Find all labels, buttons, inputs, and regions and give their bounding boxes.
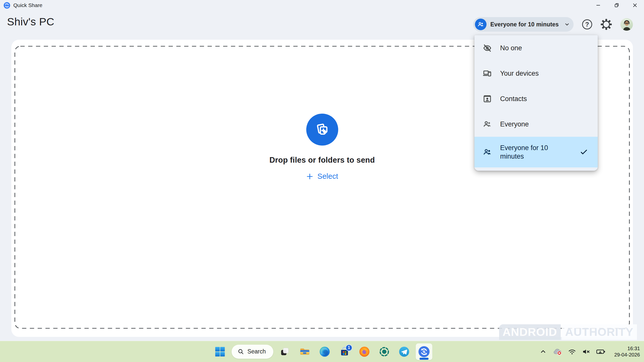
watermark-word-2: AUTHORITY xyxy=(562,324,637,340)
file-explorer-button[interactable] xyxy=(296,343,313,360)
restore-button[interactable] xyxy=(607,0,626,11)
header-actions: Everyone for 10 minutes ? xyxy=(473,17,633,32)
drop-zone-content: Drop files or folders to send Select xyxy=(269,114,375,180)
quick-share-logo-icon xyxy=(418,346,430,357)
menu-item-no-one[interactable]: No one xyxy=(474,35,598,61)
check-icon xyxy=(580,148,588,156)
system-tray: 16:31 29-04-2026 xyxy=(540,341,640,362)
volume-muted-icon[interactable] xyxy=(582,348,590,355)
active-app-indicator xyxy=(419,358,428,360)
dashed-circle-app-icon xyxy=(379,346,389,357)
eye-off-icon xyxy=(482,43,492,53)
start-button[interactable] xyxy=(212,343,228,360)
help-icon[interactable]: ? xyxy=(582,19,592,29)
telegram-icon xyxy=(399,346,409,357)
plus-icon xyxy=(306,173,314,180)
file-explorer-icon xyxy=(299,346,310,357)
taskbar-clock[interactable]: 16:31 29-04-2026 xyxy=(614,345,640,358)
quick-share-taskbar-button[interactable] xyxy=(416,343,432,360)
store-notification-badge: 1 xyxy=(345,344,352,351)
page-title: Shiv's PC xyxy=(7,16,54,28)
menu-item-label: Everyone xyxy=(500,120,529,128)
visibility-dropdown-menu: No one Your devices Contacts xyxy=(474,35,598,171)
devices-icon xyxy=(482,69,492,78)
tray-time: 16:31 xyxy=(614,345,640,352)
onedrive-error-icon[interactable] xyxy=(552,348,562,356)
wifi-icon[interactable] xyxy=(568,348,576,355)
window-title: Quick Share xyxy=(13,2,43,8)
menu-item-label: Everyone for 10 minutes xyxy=(500,144,553,161)
file-copy-add-icon xyxy=(306,114,338,146)
taskbar-search-box[interactable]: Search xyxy=(232,345,273,359)
menu-item-label: No one xyxy=(500,44,522,52)
search-label: Search xyxy=(248,348,266,355)
people-icon xyxy=(482,148,492,157)
task-view-icon xyxy=(280,347,290,357)
search-icon xyxy=(238,348,244,355)
edge-button[interactable] xyxy=(316,343,333,360)
chevron-down-icon xyxy=(564,21,570,27)
select-label: Select xyxy=(317,172,338,180)
windows-logo-icon xyxy=(215,347,225,357)
people-icon xyxy=(482,120,492,129)
watermark-word-1: ANDROID xyxy=(499,324,561,340)
battery-warning-icon[interactable] xyxy=(596,348,606,355)
taskbar: Search xyxy=(0,341,644,362)
telegram-button[interactable] xyxy=(396,343,412,360)
title-bar: Quick Share xyxy=(0,0,644,11)
contact-card-icon xyxy=(482,94,492,103)
select-files-button[interactable]: Select xyxy=(306,172,338,180)
menu-item-label: Contacts xyxy=(500,95,527,103)
menu-item-label: Your devices xyxy=(500,69,539,78)
firefox-icon xyxy=(359,346,370,357)
avatar-photo xyxy=(620,18,633,31)
tray-chevron-up-icon[interactable] xyxy=(540,348,546,355)
menu-item-everyone[interactable]: Everyone xyxy=(474,111,598,137)
android-authority-watermark: ANDROID AUTHORITY xyxy=(499,324,637,340)
user-avatar[interactable] xyxy=(620,18,633,31)
people-icon xyxy=(475,19,487,30)
drop-zone-heading: Drop files or folders to send xyxy=(269,156,375,165)
dashed-circle-app-button[interactable] xyxy=(376,343,392,360)
firefox-button[interactable] xyxy=(356,343,373,360)
taskbar-center-apps: Search xyxy=(212,341,432,362)
settings-gear-icon[interactable] xyxy=(601,19,612,30)
menu-item-everyone-10-minutes[interactable]: Everyone for 10 minutes xyxy=(474,137,598,167)
tray-date: 29-04-2026 xyxy=(614,352,640,358)
minimize-button[interactable] xyxy=(589,0,607,11)
microsoft-store-button[interactable]: 1 xyxy=(336,343,353,360)
visibility-selector-label: Everyone for 10 minutes xyxy=(490,21,559,28)
visibility-selector-button[interactable]: Everyone for 10 minutes xyxy=(473,17,574,32)
menu-item-contacts[interactable]: Contacts xyxy=(474,86,598,111)
task-view-button[interactable] xyxy=(276,343,293,360)
close-button[interactable] xyxy=(626,0,644,11)
menu-item-your-devices[interactable]: Your devices xyxy=(474,61,598,86)
quick-share-logo-icon xyxy=(4,2,10,9)
edge-icon xyxy=(319,346,330,357)
